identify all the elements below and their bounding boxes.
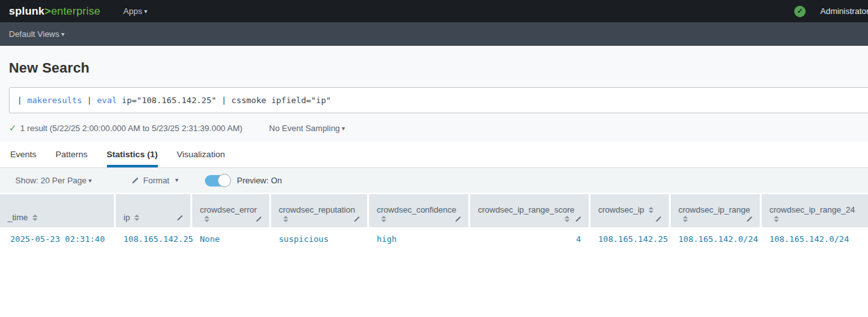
logo-gt-symbol: >	[45, 5, 51, 17]
column-label: crowdsec_ip_range	[678, 204, 750, 215]
apps-menu-label: Apps	[123, 6, 143, 16]
search-header: New Search | makeresults | eval ip="108.…	[0, 46, 868, 142]
splunk-logo[interactable]: splunk>enterprise	[9, 5, 101, 18]
edit-column-icon[interactable]	[255, 215, 263, 223]
job-done-check-icon: ✓	[9, 123, 17, 133]
sort-icon[interactable]	[564, 216, 570, 222]
column-header-crowdsec_reputation[interactable]: crowdsec_reputation	[271, 194, 367, 227]
edit-column-icon[interactable]	[575, 215, 582, 223]
format-menu[interactable]: Format▾	[131, 176, 178, 185]
sort-icon[interactable]	[648, 207, 654, 213]
cell-_time[interactable]: 2025-05-23 02:31:40	[0, 227, 114, 250]
edit-column-icon[interactable]	[655, 215, 662, 223]
column-label: ip	[123, 212, 130, 223]
result-count-summary: 1 result (5/22/25 2:00:00.000 AM to 5/23…	[20, 123, 242, 133]
statistics-table: _timeipcrowdsec_errorcrowdsec_reputation…	[0, 194, 868, 250]
chevron-down-icon: ▾	[175, 176, 178, 183]
cell-crowdsec_reputation[interactable]: suspicious	[271, 227, 367, 250]
apps-menu[interactable]: Apps▾	[123, 6, 148, 16]
column-header-ip[interactable]: ip	[116, 194, 190, 227]
edit-column-icon[interactable]	[353, 215, 361, 223]
pencil-icon	[131, 176, 139, 185]
column-header-crowdsec_error[interactable]: crowdsec_error	[192, 194, 269, 227]
tab-statistics-1[interactable]: Statistics (1)	[107, 142, 158, 167]
edit-column-icon[interactable]	[176, 214, 184, 222]
cell-crowdsec_ip_range_24[interactable]: 108.165.142.0/24	[762, 227, 868, 250]
default-views-label: Default Views	[9, 29, 59, 39]
logo-splunk-text: splunk	[9, 5, 45, 17]
chevron-down-icon: ▾	[88, 177, 92, 184]
preview-toggle[interactable]	[205, 175, 230, 187]
cell-crowdsec_ip_range_score[interactable]: 4	[470, 227, 589, 250]
column-header-crowdsec_ip_range[interactable]: crowdsec_ip_range	[671, 194, 760, 227]
edit-column-icon[interactable]	[454, 215, 462, 223]
logo-enterprise-text: enterprise	[51, 5, 101, 17]
search-query: | makeresults | eval ip="108.165.142.25"…	[17, 95, 331, 105]
query-segment: |	[17, 95, 27, 105]
cell-crowdsec_ip_range[interactable]: 108.165.142.0/24	[671, 227, 760, 250]
column-label: crowdsec_reputation	[279, 204, 355, 215]
column-label: crowdsec_ip_range_24	[769, 204, 855, 215]
preview-status-label: Preview: On	[237, 176, 282, 185]
health-check-icon[interactable]: ✓	[794, 6, 806, 17]
toggle-knob	[218, 174, 231, 187]
app-bar: Default Views▾	[0, 22, 868, 46]
column-label: crowdsec_ip_range_score	[478, 204, 575, 215]
results-tabs: EventsPatternsStatistics (1)Visualizatio…	[0, 142, 868, 167]
query-segment: ip="108.165.142.25" | cssmoke ipfield="i…	[117, 95, 332, 105]
pagination-label: Show: 20 Per Page	[15, 176, 87, 185]
sort-icon[interactable]	[204, 216, 209, 222]
user-menu[interactable]: Administrator	[820, 6, 868, 16]
search-input[interactable]: | makeresults | eval ip="108.165.142.25"…	[9, 87, 868, 113]
statistics-toolbar: Show: 20 Per Page▾ Format▾ Preview: On	[0, 167, 868, 193]
page-title: New Search	[9, 60, 859, 76]
sort-icon[interactable]	[283, 216, 288, 222]
cell-crowdsec_confidence[interactable]: high	[369, 227, 468, 250]
query-segment: eval	[97, 95, 116, 105]
column-label: crowdsec_confidence	[377, 204, 456, 215]
cell-crowdsec_error[interactable]: None	[192, 227, 269, 250]
column-header-_time[interactable]: _time	[0, 194, 114, 227]
column-header-crowdsec_ip[interactable]: crowdsec_ip	[591, 194, 669, 227]
cell-ip[interactable]: 108.165.142.25	[116, 227, 190, 250]
event-sampling-label: No Event Sampling	[269, 123, 340, 133]
cell-crowdsec_ip[interactable]: 108.165.142.25	[591, 227, 669, 250]
sort-icon[interactable]	[134, 215, 139, 221]
table-row: 2025-05-23 02:31:40108.165.142.25Nonesus…	[0, 227, 868, 250]
column-label: _time	[8, 212, 28, 223]
user-area: ✓ Administrator	[794, 0, 868, 22]
tab-visualization[interactable]: Visualization	[177, 142, 225, 167]
column-label: crowdsec_ip	[598, 204, 644, 215]
event-sampling-menu[interactable]: No Event Sampling▾	[269, 123, 345, 133]
tab-patterns[interactable]: Patterns	[55, 142, 87, 167]
top-bar: splunk>enterprise Apps▾ ✓ Administrator	[0, 0, 868, 22]
sort-icon[interactable]	[381, 216, 386, 222]
pagination-menu[interactable]: Show: 20 Per Page▾	[15, 176, 92, 185]
column-header-crowdsec_ip_range_score[interactable]: crowdsec_ip_range_score	[470, 194, 589, 227]
query-segment: |	[82, 95, 97, 105]
edit-column-icon[interactable]	[746, 215, 753, 223]
default-views-menu[interactable]: Default Views▾	[9, 29, 64, 39]
column-header-crowdsec_ip_range_24[interactable]: crowdsec_ip_range_24	[762, 194, 868, 227]
table-body: 2025-05-23 02:31:40108.165.142.25Nonesus…	[0, 227, 868, 250]
chevron-down-icon: ▾	[342, 125, 345, 132]
table-header-row: _timeipcrowdsec_errorcrowdsec_reputation…	[0, 194, 868, 227]
sort-icon[interactable]	[32, 215, 38, 221]
chevron-down-icon: ▾	[144, 8, 147, 15]
column-header-crowdsec_confidence[interactable]: crowdsec_confidence	[369, 194, 468, 227]
tab-events[interactable]: Events	[10, 142, 36, 167]
sort-icon[interactable]	[683, 216, 688, 222]
format-label: Format	[143, 176, 169, 185]
column-label: crowdsec_error	[200, 204, 257, 215]
sort-icon[interactable]	[774, 216, 779, 222]
job-status-row: ✓ 1 result (5/22/25 2:00:00.000 AM to 5/…	[9, 123, 859, 133]
chevron-down-icon: ▾	[61, 31, 64, 38]
query-segment: makeresults	[27, 95, 82, 105]
